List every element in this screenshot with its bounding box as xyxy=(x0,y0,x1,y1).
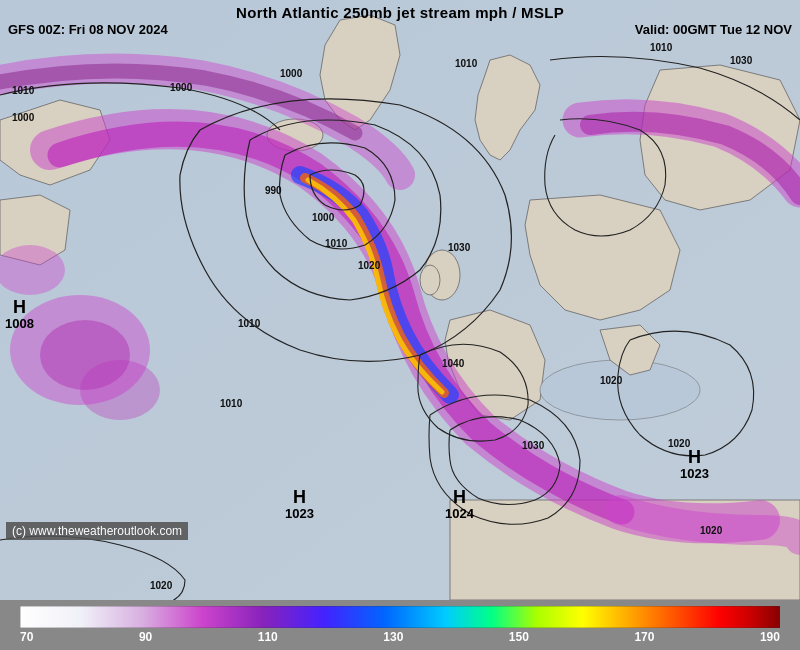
attribution-label: (c) www.theweatheroutlook.com xyxy=(6,522,188,540)
high-1008: H 1008 xyxy=(5,298,34,331)
svg-rect-18 xyxy=(20,606,780,628)
h-symbol-1008: H xyxy=(5,298,34,316)
valid-info: Valid: 00GMT Tue 12 NOV xyxy=(635,22,792,37)
cb-label-190: 190 xyxy=(760,630,780,644)
cb-label-90: 90 xyxy=(139,630,152,644)
h-value-1023-r: 1023 xyxy=(680,466,709,481)
pressure-1000-n: 1000 xyxy=(170,82,192,93)
main-container: North Atlantic 250mb jet stream mph / MS… xyxy=(0,0,800,650)
pressure-1000-ice: 1000 xyxy=(280,68,302,79)
colorbar-area: 70 90 110 130 150 170 190 xyxy=(0,600,800,650)
colorbar-gradient-svg xyxy=(20,606,780,628)
h-value-1023-l: 1023 xyxy=(285,506,314,521)
h-value-1008: 1008 xyxy=(5,316,34,331)
cb-label-110: 110 xyxy=(258,630,278,644)
cb-label-170: 170 xyxy=(634,630,654,644)
h-symbol-1023-r: H xyxy=(680,448,709,466)
title-bar: North Atlantic 250mb jet stream mph / MS… xyxy=(0,0,800,24)
pressure-1020-se: 1020 xyxy=(600,375,622,386)
high-1024: H 1024 xyxy=(445,488,474,521)
svg-point-12 xyxy=(540,360,700,420)
pressure-1000-c: 1000 xyxy=(312,212,334,223)
pressure-1040: 1040 xyxy=(442,358,464,369)
map-svg xyxy=(0,0,800,600)
h-value-1024: 1024 xyxy=(445,506,474,521)
svg-point-5 xyxy=(420,265,440,295)
pressure-1010-sw: 1010 xyxy=(220,398,242,409)
cb-label-70: 70 xyxy=(20,630,33,644)
cb-label-150: 150 xyxy=(509,630,529,644)
pressure-1020-se2: 1020 xyxy=(700,525,722,536)
pressure-1010-nw: 1010 xyxy=(12,85,34,96)
pressure-1020-s: 1020 xyxy=(150,580,172,591)
high-1023-left: H 1023 xyxy=(285,488,314,521)
pressure-1010-w: 1010 xyxy=(238,318,260,329)
pressure-1030-c: 1030 xyxy=(448,242,470,253)
h-symbol-1023-l: H xyxy=(285,488,314,506)
colorbar-labels: 70 90 110 130 150 170 190 xyxy=(20,630,780,644)
svg-point-17 xyxy=(80,360,160,420)
pressure-1010-ne: 1010 xyxy=(650,42,672,53)
pressure-1000-nw: 1000 xyxy=(12,112,34,123)
pressure-1030-ne: 1030 xyxy=(730,55,752,66)
chart-title: North Atlantic 250mb jet stream mph / MS… xyxy=(236,4,564,21)
gfs-info: GFS 00Z: Fri 08 NOV 2024 xyxy=(8,22,168,37)
info-bar: GFS 00Z: Fri 08 NOV 2024 Valid: 00GMT Tu… xyxy=(0,22,800,37)
map-area: North Atlantic 250mb jet stream mph / MS… xyxy=(0,0,800,600)
h-symbol-1024: H xyxy=(445,488,474,506)
high-1023-right: H 1023 xyxy=(680,448,709,481)
pressure-1020-c: 1020 xyxy=(358,260,380,271)
pressure-990: 990 xyxy=(265,185,282,196)
pressure-1010-c: 1010 xyxy=(325,238,347,249)
pressure-1010-scan: 1010 xyxy=(455,58,477,69)
cb-label-130: 130 xyxy=(383,630,403,644)
pressure-1030-s: 1030 xyxy=(522,440,544,451)
